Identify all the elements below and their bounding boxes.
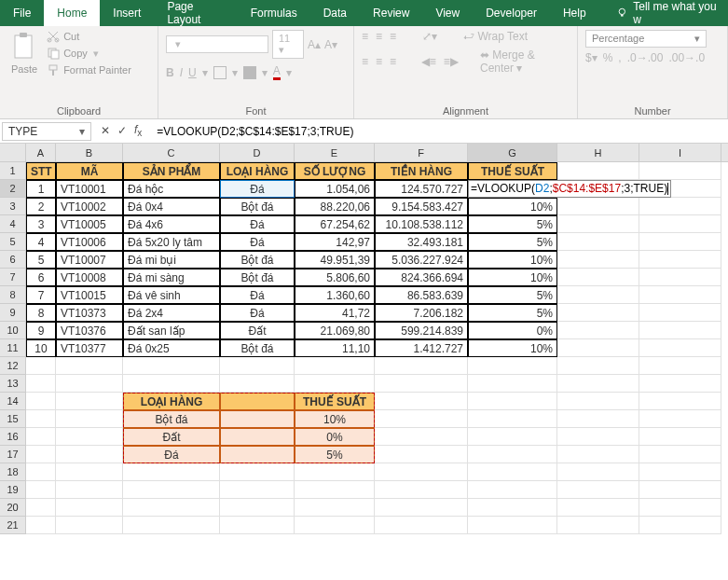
cell[interactable]: VT10007: [56, 251, 123, 269]
cell[interactable]: [375, 393, 468, 410]
cell[interactable]: [26, 463, 56, 481]
cell[interactable]: [123, 375, 220, 393]
cell[interactable]: VT10001: [56, 180, 123, 198]
fx-icon[interactable]: fx: [134, 123, 142, 138]
cell[interactable]: [557, 446, 639, 463]
cell[interactable]: [639, 375, 721, 393]
italic-button[interactable]: I: [180, 66, 183, 79]
increase-font-icon[interactable]: A▴: [308, 38, 321, 51]
cell[interactable]: [557, 393, 639, 410]
cell[interactable]: 10.108.538.112: [375, 215, 468, 233]
cell[interactable]: [295, 375, 375, 393]
cell[interactable]: 1.054,06: [295, 180, 375, 198]
row-header[interactable]: 17: [0, 446, 26, 463]
cell[interactable]: [123, 517, 220, 534]
select-all-corner[interactable]: [0, 144, 26, 161]
col-header-c[interactable]: C: [123, 144, 220, 161]
cell[interactable]: 9.154.583.427: [375, 198, 468, 215]
cell[interactable]: Bột đá: [220, 251, 295, 269]
cell[interactable]: [375, 463, 468, 481]
accounting-format-icon[interactable]: $▾: [585, 51, 598, 64]
cell[interactable]: [639, 198, 721, 215]
cell[interactable]: 2: [26, 198, 56, 215]
cell[interactable]: Đất: [123, 428, 220, 446]
tab-insert[interactable]: Insert: [100, 0, 154, 26]
cut-button[interactable]: Cut: [47, 30, 131, 43]
fill-color-button[interactable]: [243, 66, 256, 79]
cell[interactable]: 21.069,80: [295, 322, 375, 339]
cell[interactable]: [468, 375, 557, 393]
cell[interactable]: [26, 428, 56, 446]
font-color-button[interactable]: A: [273, 64, 281, 80]
cell[interactable]: [220, 481, 295, 499]
cell[interactable]: [639, 393, 721, 410]
cell-edit-overlay[interactable]: =VLOOKUP(D2;$C$14:$E$17;3;TRUE): [468, 180, 671, 198]
cell[interactable]: 5%: [468, 304, 557, 322]
cell[interactable]: 10%: [468, 198, 557, 215]
cell[interactable]: 88.220,06: [295, 198, 375, 215]
row-header[interactable]: 13: [0, 375, 26, 393]
paste-button[interactable]: Paste: [7, 30, 41, 76]
cell[interactable]: Đá 0x25: [123, 339, 220, 357]
cell[interactable]: [557, 198, 639, 215]
cell[interactable]: Bột đá: [220, 339, 295, 357]
cell[interactable]: [468, 446, 557, 463]
cell[interactable]: VT10377: [56, 339, 123, 357]
tab-data[interactable]: Data: [310, 0, 360, 26]
cell[interactable]: [557, 251, 639, 269]
row-header[interactable]: 10: [0, 322, 26, 339]
cell[interactable]: Đá 0x4: [123, 198, 220, 215]
tab-review[interactable]: Review: [360, 0, 422, 26]
cell[interactable]: [639, 446, 721, 463]
cell[interactable]: [56, 446, 123, 463]
cell[interactable]: [375, 375, 468, 393]
col-header-a[interactable]: A: [26, 144, 56, 161]
cell[interactable]: Đá 5x20 ly tâm: [123, 233, 220, 251]
cell[interactable]: [375, 499, 468, 517]
cell[interactable]: 7.206.182: [375, 304, 468, 322]
cell[interactable]: [639, 162, 721, 180]
decrease-decimal-icon[interactable]: .00→.0: [668, 51, 705, 64]
cell[interactable]: 5%: [295, 446, 375, 463]
cell[interactable]: Đá mi bụi: [123, 251, 220, 269]
cell[interactable]: [639, 322, 721, 339]
format-painter-button[interactable]: Format Painter: [47, 63, 131, 76]
cell[interactable]: Đá: [220, 233, 295, 251]
cell[interactable]: [123, 499, 220, 517]
cell[interactable]: 10%: [295, 410, 375, 428]
cell[interactable]: [26, 357, 56, 375]
row-header[interactable]: 21: [0, 517, 26, 534]
cell[interactable]: VT10005: [56, 215, 123, 233]
row-header[interactable]: 19: [0, 481, 26, 499]
cell[interactable]: [26, 499, 56, 517]
cell[interactable]: [557, 304, 639, 322]
cell[interactable]: [557, 162, 639, 180]
cell[interactable]: [56, 463, 123, 481]
cell[interactable]: [639, 251, 721, 269]
row-header[interactable]: 8: [0, 286, 26, 304]
tab-help[interactable]: Help: [550, 0, 599, 26]
cell[interactable]: 11,10: [295, 339, 375, 357]
cell[interactable]: THUẾ SUẤT: [295, 393, 375, 410]
cell[interactable]: Đất: [220, 322, 295, 339]
number-format-dropdown[interactable]: Percentage ▾: [585, 30, 707, 48]
row-header[interactable]: 20: [0, 499, 26, 517]
row-header[interactable]: 4: [0, 215, 26, 233]
row-header[interactable]: 3: [0, 198, 26, 215]
row-header[interactable]: 1: [0, 162, 26, 180]
tab-developer[interactable]: Developer: [473, 0, 550, 26]
row-header[interactable]: 18: [0, 463, 26, 481]
cell[interactable]: 142,97: [295, 233, 375, 251]
cell[interactable]: VT10373: [56, 304, 123, 322]
cell[interactable]: [220, 428, 295, 446]
cell[interactable]: 10: [26, 339, 56, 357]
cell[interactable]: [295, 463, 375, 481]
cell[interactable]: [56, 481, 123, 499]
cell[interactable]: 1: [26, 180, 56, 198]
cell[interactable]: LOẠI HÀNG: [220, 162, 295, 180]
cell[interactable]: SẢN PHẨM: [123, 162, 220, 180]
underline-button[interactable]: U: [188, 66, 197, 79]
cell[interactable]: [557, 269, 639, 286]
cell[interactable]: [56, 499, 123, 517]
cell[interactable]: [220, 375, 295, 393]
